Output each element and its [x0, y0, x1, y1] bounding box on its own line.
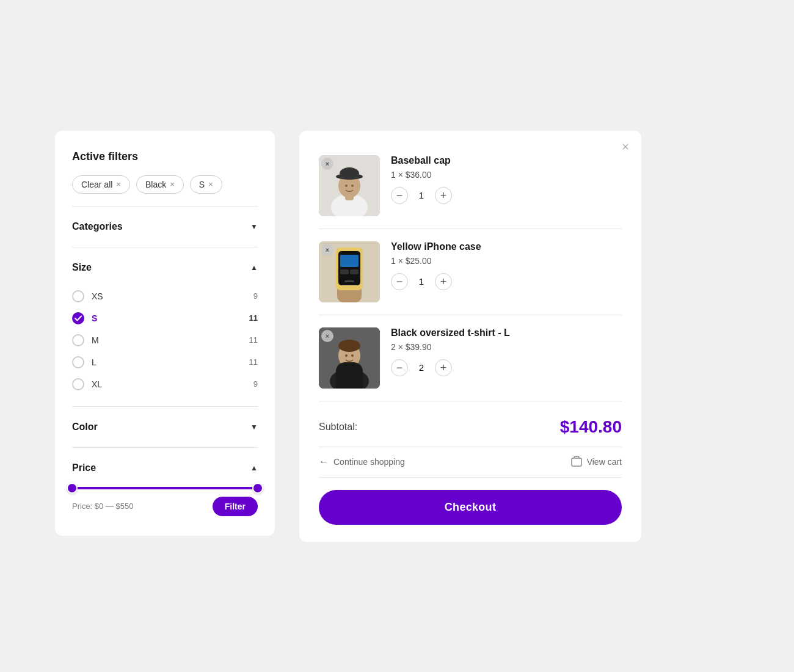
price-range-track	[72, 487, 258, 489]
categories-section-title: Categories	[72, 221, 123, 232]
cart-item-remove-phone[interactable]: ×	[321, 244, 333, 256]
checkout-button[interactable]: Checkout	[319, 490, 622, 525]
divider-3	[72, 406, 258, 407]
filter-button[interactable]: Filter	[213, 497, 258, 516]
price-range-fill	[72, 487, 258, 489]
size-section-header[interactable]: Size ▲	[72, 258, 258, 277]
svg-point-5	[340, 167, 359, 180]
qty-decrease-shirt[interactable]: −	[391, 359, 408, 376]
cart-item-remove-shirt[interactable]: ×	[321, 330, 333, 342]
size-option-xs[interactable]: XS 9	[72, 287, 258, 306]
categories-section-header[interactable]: Categories ▼	[72, 217, 258, 236]
radio-xl[interactable]	[72, 378, 84, 390]
chip-size-s-x[interactable]: ×	[208, 180, 213, 189]
svg-point-22	[351, 354, 354, 357]
cart-item-price-cap: 1 × $36.00	[391, 170, 622, 180]
cart-actions-row: ← Continue shopping View cart	[319, 447, 622, 478]
size-label-s: S	[92, 313, 97, 323]
back-arrow-icon: ←	[319, 456, 329, 467]
cart-item-baseball-cap: × Baseball cap 1 × $36.00 − 1 +	[319, 148, 622, 224]
cart-item-remove-cap[interactable]: ×	[321, 158, 333, 170]
qty-decrease-phone[interactable]: −	[391, 273, 408, 290]
qty-value-cap: 1	[417, 190, 426, 200]
view-cart-button[interactable]: View cart	[571, 456, 622, 469]
continue-shopping-label: Continue shopping	[333, 457, 405, 467]
qty-control-shirt: − 2 +	[391, 359, 622, 376]
cart-item-iphone-case: × Yellow iPhone case 1 × $25.00 − 1 +	[319, 234, 622, 310]
cart-item-name-cap: Baseball cap	[391, 155, 622, 166]
size-option-xl[interactable]: XL 9	[72, 374, 258, 394]
qty-control-phone: − 1 +	[391, 273, 622, 290]
radio-l[interactable]	[72, 356, 84, 368]
cart-item-img-wrapper-shirt: ×	[319, 327, 380, 389]
chip-size-s[interactable]: S ×	[190, 175, 222, 194]
cart-item-details-cap: Baseball cap 1 × $36.00 − 1 +	[391, 155, 622, 204]
price-arrow-icon: ▲	[250, 464, 258, 472]
size-section-title: Size	[72, 262, 92, 273]
svg-rect-12	[340, 255, 359, 267]
color-section-title: Color	[72, 422, 98, 433]
size-label-l: L	[92, 357, 97, 367]
price-section-title: Price	[72, 462, 96, 473]
radio-m[interactable]	[72, 334, 84, 346]
chip-size-s-label: S	[199, 180, 205, 189]
active-filters: Clear all × Black × S ×	[72, 175, 258, 194]
subtotal-value: $140.80	[560, 417, 622, 437]
svg-rect-23	[572, 458, 581, 466]
svg-rect-15	[344, 280, 354, 282]
chip-clear-all[interactable]: Clear all ×	[72, 175, 130, 194]
price-section-header[interactable]: Price ▲	[72, 459, 258, 477]
cart-divider-3	[319, 401, 622, 401]
size-label-m: M	[92, 335, 99, 345]
price-thumb-left[interactable]	[67, 483, 78, 494]
chip-clear-all-label: Clear all	[81, 180, 112, 189]
size-arrow-icon: ▲	[250, 263, 258, 272]
size-label-xl: XL	[92, 379, 102, 389]
cart-close-button[interactable]: ×	[622, 141, 629, 153]
size-count-s: 11	[249, 313, 258, 323]
chip-black-x[interactable]: ×	[170, 180, 175, 189]
divider-2	[72, 247, 258, 247]
price-range-wrapper: Price: $0 — $550 Filter	[72, 487, 258, 516]
cart-item-price-phone: 1 × $25.00	[391, 256, 622, 266]
cart-item-price-shirt: 2 × $39.90	[391, 342, 622, 352]
chip-black[interactable]: Black ×	[136, 175, 184, 194]
cart-item-details-phone: Yellow iPhone case 1 × $25.00 − 1 +	[391, 241, 622, 290]
subtotal-label: Subtotal:	[319, 422, 357, 433]
subtotal-row: Subtotal: $140.80	[319, 406, 622, 447]
divider-1	[72, 206, 258, 206]
categories-arrow-icon: ▼	[250, 222, 258, 231]
size-count-m: 11	[249, 335, 258, 345]
continue-shopping-button[interactable]: ← Continue shopping	[319, 456, 405, 467]
cart-item-img-wrapper-phone: ×	[319, 241, 380, 302]
svg-point-20	[338, 340, 360, 352]
radio-xs[interactable]	[72, 290, 84, 302]
size-option-l[interactable]: L 11	[72, 352, 258, 372]
svg-rect-14	[350, 269, 359, 274]
filter-title: Active filters	[72, 150, 258, 163]
cart-item-img-wrapper-cap: ×	[319, 155, 380, 216]
cart-item-tshirt: × Black oversized t-shirt - L 2 × $39.90…	[319, 320, 622, 396]
cart-item-details-shirt: Black oversized t-shirt - L 2 × $39.90 −…	[391, 327, 622, 376]
radio-s[interactable]	[72, 312, 84, 324]
size-option-s[interactable]: S 11	[72, 309, 258, 328]
size-count-xs: 9	[253, 291, 258, 301]
price-range-label: Price: $0 — $550	[72, 502, 133, 511]
cart-divider-1	[319, 228, 622, 229]
size-label-xs: XS	[92, 291, 103, 301]
chip-black-label: Black	[145, 180, 166, 189]
qty-decrease-cap[interactable]: −	[391, 187, 408, 204]
cart-item-name-phone: Yellow iPhone case	[391, 241, 622, 252]
chip-clear-all-x[interactable]: ×	[116, 180, 121, 189]
size-count-l: 11	[249, 357, 258, 367]
svg-point-7	[351, 184, 354, 187]
qty-increase-shirt[interactable]: +	[435, 359, 452, 376]
size-option-m[interactable]: M 11	[72, 331, 258, 350]
qty-increase-phone[interactable]: +	[435, 273, 452, 290]
qty-increase-cap[interactable]: +	[435, 187, 452, 204]
size-options: XS 9 S 11 M	[72, 287, 258, 394]
color-arrow-icon: ▼	[250, 423, 258, 431]
price-thumb-right[interactable]	[252, 483, 263, 494]
filter-panel: Active filters Clear all × Black × S × C…	[55, 131, 275, 536]
color-section-header[interactable]: Color ▼	[72, 418, 258, 436]
